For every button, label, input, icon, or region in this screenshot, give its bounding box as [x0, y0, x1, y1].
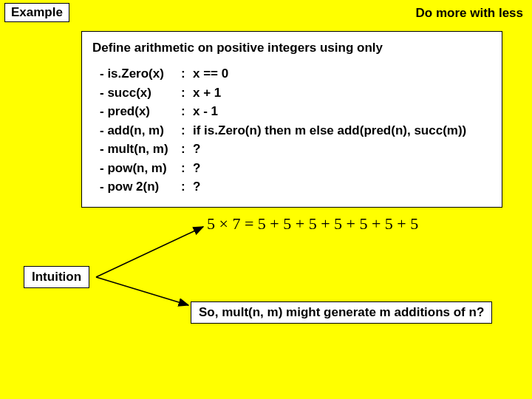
def-name: - succ(x)	[100, 83, 181, 103]
def-sep: :	[181, 159, 193, 178]
intuition-label: Intuition	[32, 270, 81, 284]
conclusion-box: So, mult(n, m) might generate m addition…	[191, 301, 492, 324]
tagline: Do more with less	[416, 6, 523, 21]
def-row: - add(n, m) : if is.Zero(n) then m else …	[92, 121, 491, 140]
def-name: - mult(n, m)	[100, 140, 181, 159]
def-name: - is.Zero(x)	[100, 64, 181, 83]
def-row: - succ(x) : x + 1	[92, 83, 491, 103]
content-panel: Define arithmetic on positive integers u…	[81, 31, 502, 208]
intuition-box: Intuition	[24, 266, 89, 288]
svg-line-0	[96, 227, 203, 277]
example-header: Example	[4, 3, 69, 22]
def-body: ?	[193, 140, 200, 159]
def-sep: :	[181, 140, 193, 159]
def-body: x == 0	[193, 64, 228, 83]
def-sep: :	[181, 177, 193, 197]
def-body: x - 1	[193, 102, 218, 121]
def-sep: :	[181, 102, 193, 121]
def-row: - mult(n, m) : ?	[92, 140, 491, 159]
intuition-arrows-icon	[89, 218, 214, 307]
def-body: ?	[193, 177, 200, 197]
def-body: ?	[193, 159, 200, 178]
def-row: - pow 2(n) : ?	[92, 177, 491, 197]
svg-line-1	[96, 277, 188, 305]
def-body: x + 1	[193, 83, 221, 103]
def-name: - pred(x)	[100, 102, 181, 121]
example-label: Example	[11, 5, 63, 19]
def-name: - pow(n, m)	[100, 159, 181, 178]
def-row: - is.Zero(x) : x == 0	[92, 64, 491, 83]
formula-text: 5 × 7 = 5 + 5 + 5 + 5 + 5 + 5 + 5	[207, 214, 418, 233]
def-row: - pow(n, m) : ?	[92, 159, 491, 178]
def-sep: :	[181, 83, 193, 103]
def-row: - pred(x) : x - 1	[92, 102, 491, 121]
def-body: if is.Zero(n) then m else add(pred(n), s…	[193, 121, 466, 140]
conclusion-text: So, mult(n, m) might generate m addition…	[199, 305, 484, 319]
def-sep: :	[181, 121, 193, 140]
def-sep: :	[181, 64, 193, 83]
def-name: - pow 2(n)	[100, 177, 181, 197]
def-name: - add(n, m)	[100, 121, 181, 140]
content-title: Define arithmetic on positive integers u…	[92, 41, 491, 55]
